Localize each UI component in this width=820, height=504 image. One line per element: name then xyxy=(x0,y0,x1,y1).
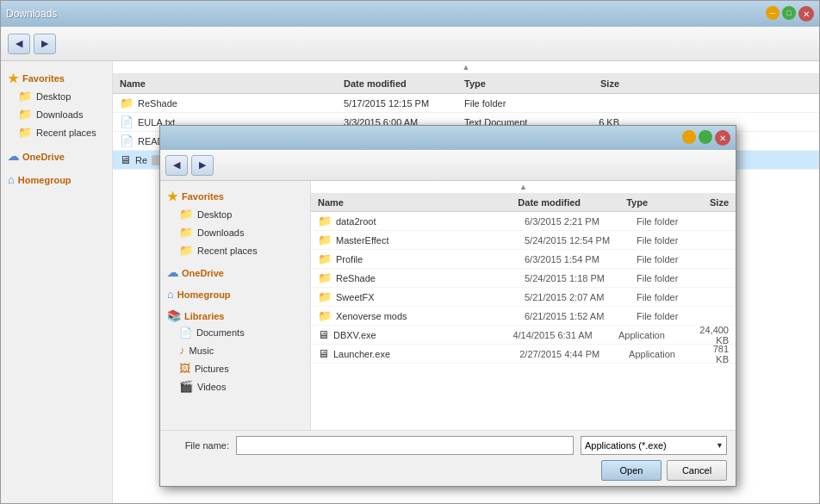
dialog-forward-icon: ▶ xyxy=(199,159,206,171)
dialog-open-btn[interactable]: Open xyxy=(601,460,662,481)
doc-icon: 📄 xyxy=(179,327,192,339)
doc-icon: 📄 xyxy=(120,115,134,128)
bg-onedrive-label: ☁ OneDrive xyxy=(1,146,112,165)
bg-file-row-reshade[interactable]: 📁 ReShade 5/17/2015 12:15 PM File folder xyxy=(113,94,819,113)
music-icon: ♪ xyxy=(179,344,185,357)
folder-icon: 📁 xyxy=(120,96,134,109)
exe-icon: 🖥 xyxy=(318,347,329,360)
dialog-body: ★ Favorites 📁 Desktop 📁 Downloads 📁 Rece… xyxy=(160,181,736,430)
dialog-close-btn[interactable]: ✕ xyxy=(715,130,730,146)
dialog-row-reshade[interactable]: 📁 ReShade 5/24/2015 1:18 PM File folder xyxy=(311,269,736,288)
bg-file-header: Name Date modified Type Size xyxy=(113,73,819,94)
back-icon: ◀ xyxy=(16,38,22,49)
dialog-row-sweetfx[interactable]: 📁 SweetFX 5/21/2015 2:07 AM File folder xyxy=(311,288,736,307)
folder-icon: 📁 xyxy=(318,252,332,265)
dialog-maximize-btn[interactable] xyxy=(699,130,712,144)
doc-icon: 📄 xyxy=(120,134,134,147)
dialog-onedrive-label: ☁ OneDrive xyxy=(160,263,310,281)
bg-col-date[interactable]: Date modified xyxy=(344,78,464,89)
bg-col-size[interactable]: Size xyxy=(550,78,619,89)
dialog-filter-wrap: Applications (*.exe) ▼ xyxy=(581,436,727,455)
bg-toolbar: ◀ ▶ xyxy=(1,27,819,61)
bg-close-btn[interactable]: ✕ xyxy=(798,6,814,22)
dialog-sidebar-music[interactable]: ♪ Music xyxy=(160,341,310,359)
folder-icon: 📁 xyxy=(318,233,332,246)
dialog-lib-icon: 📚 xyxy=(167,309,181,322)
vid-icon: 🎬 xyxy=(179,380,193,393)
dialog-col-type[interactable]: Type xyxy=(626,197,710,208)
dialog-sidebar-videos[interactable]: 🎬 Videos xyxy=(160,377,310,395)
bg-favorites-label: ★ Favorites xyxy=(1,68,112,87)
dialog-col-size[interactable]: Size xyxy=(710,197,729,208)
dialog-sidebar-desktop[interactable]: 📁 Desktop xyxy=(160,205,310,223)
dialog-filter-dropdown[interactable]: Applications (*.exe) xyxy=(581,436,727,455)
bg-homegroup-label: ⌂ Homegroup xyxy=(1,170,112,188)
folder-icon: 📁 xyxy=(318,290,332,303)
dialog-cancel-btn[interactable]: Cancel xyxy=(667,460,727,481)
bg-col-name[interactable]: Name xyxy=(120,78,344,89)
dialog-toolbar: ◀ ▶ xyxy=(160,150,736,181)
folder-icon: 📁 xyxy=(318,309,332,322)
dialog-forward-btn[interactable]: ▶ xyxy=(191,155,214,176)
bg-sidebar-desktop[interactable]: 📁 Desktop xyxy=(1,87,112,105)
bg-col-type[interactable]: Type xyxy=(464,78,550,89)
bg-scroll-up[interactable]: ▲ xyxy=(113,61,819,73)
dialog-back-icon: ◀ xyxy=(173,159,180,171)
folder-icon: 📁 xyxy=(179,226,193,239)
star-icon: ★ xyxy=(8,72,19,85)
bg-sidebar-downloads[interactable]: 📁 Downloads xyxy=(1,105,112,123)
dialog-row-profile[interactable]: 📁 Profile 6/3/2015 1:54 PM File folder xyxy=(311,250,736,269)
dialog-sidebar: ★ Favorites 📁 Desktop 📁 Downloads 📁 Rece… xyxy=(160,181,311,430)
folder-icon: 📁 xyxy=(18,108,32,121)
bg-titlebar: Downloads ─ □ ✕ xyxy=(1,1,819,27)
dialog-row-xenoverse[interactable]: 📁 Xenoverse mods 6/21/2015 1:52 AM File … xyxy=(311,307,736,326)
exe-icon: 🖥 xyxy=(120,153,131,166)
bg-sidebar: ★ Favorites 📁 Desktop 📁 Downloads 📁 Rece… xyxy=(1,61,113,503)
dialog-homegroup-label: ⌂ Homegroup xyxy=(160,284,310,302)
dialog-close-icon: ✕ xyxy=(719,134,726,143)
home-icon: ⌂ xyxy=(8,173,15,186)
dialog-file-area: ▲ Name Date modified Type Size 📁 data2ro… xyxy=(311,181,736,430)
folder-icon: 📁 xyxy=(318,215,332,227)
dialog-back-btn[interactable]: ◀ xyxy=(165,155,188,176)
dialog-sidebar-recent[interactable]: 📁 Recent places xyxy=(160,241,310,259)
dialog-hdd-icon: ☁ xyxy=(167,266,178,279)
dialog-titlebar: ✕ xyxy=(160,126,736,150)
dialog-favorites-label: ★ Favorites xyxy=(160,186,310,205)
folder-icon: 📁 xyxy=(18,90,32,103)
dialog-footer-btn-row: Open Cancel xyxy=(169,460,727,481)
dialog-col-name[interactable]: Name xyxy=(318,197,518,208)
dialog-file-list: 📁 data2root 6/3/2015 2:21 PM File folder… xyxy=(311,212,736,430)
bg-window-title: Downloads xyxy=(6,8,57,20)
bg-sidebar-recent[interactable]: 📁 Recent places xyxy=(1,123,112,141)
folder-icon: 📁 xyxy=(318,271,332,284)
dialog-footer-filename-row: File name: Applications (*.exe) ▼ xyxy=(169,436,727,455)
pic-icon: 🖼 xyxy=(179,362,190,375)
bg-forward-btn[interactable]: ▶ xyxy=(34,34,56,54)
dialog-home-icon: ⌂ xyxy=(167,288,174,301)
folder-icon: 📁 xyxy=(179,244,193,257)
dialog-sidebar-downloads[interactable]: 📁 Downloads xyxy=(160,223,310,241)
dialog-sidebar-docs[interactable]: 📄 Documents xyxy=(160,324,310,341)
dialog-row-launcher[interactable]: 🖥 Launcher.exe 2/27/2015 4:44 PM Applica… xyxy=(311,345,736,364)
hdd-icon: ☁ xyxy=(8,150,19,163)
dialog-sidebar-pictures[interactable]: 🖼 Pictures xyxy=(160,359,310,377)
bg-minimize-btn[interactable]: ─ xyxy=(766,6,780,20)
dialog-minimize-btn[interactable] xyxy=(682,130,696,144)
dialog-scroll-up[interactable]: ▲ xyxy=(311,181,736,193)
exe-icon: 🖥 xyxy=(318,328,329,341)
bg-back-btn[interactable]: ◀ xyxy=(8,34,30,54)
dialog-footer: File name: Applications (*.exe) ▼ Open C… xyxy=(160,430,736,486)
dialog-star-icon: ★ xyxy=(167,190,178,203)
bg-maximize-btn[interactable]: □ xyxy=(782,6,796,20)
bg-close-icon: ✕ xyxy=(803,9,810,19)
dialog-row-data2root[interactable]: 📁 data2root 6/3/2015 2:21 PM File folder xyxy=(311,212,736,231)
dialog-file-name-input[interactable] xyxy=(236,436,574,455)
forward-icon: ▶ xyxy=(41,38,48,49)
open-file-dialog: ✕ ◀ ▶ ★ Favorites 📁 Desktop 📁 Downloads xyxy=(159,125,736,487)
dialog-row-dbxv[interactable]: 🖥 DBXV.exe 4/14/2015 6:31 AM Application… xyxy=(311,326,736,345)
dialog-row-mastereffect[interactable]: 📁 MasterEffect 5/24/2015 12:54 PM File f… xyxy=(311,231,736,250)
folder-icon: 📁 xyxy=(179,208,193,221)
dialog-col-date[interactable]: Date modified xyxy=(518,197,626,208)
folder-icon: 📁 xyxy=(18,126,32,139)
